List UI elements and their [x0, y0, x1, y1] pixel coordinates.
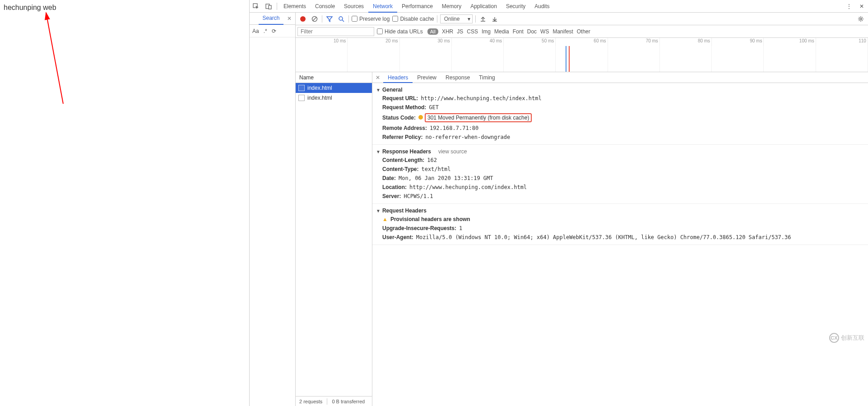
- general-section: ▼ General Request URLhttp://www.hechunpi…: [372, 83, 868, 145]
- inspect-icon[interactable]: [250, 0, 262, 13]
- rendered-page: hechunping web: [0, 0, 248, 15]
- view-source-link[interactable]: view source: [438, 148, 467, 155]
- watermark-logo-icon: CX: [829, 333, 839, 343]
- referrer-policy-value: no-referrer-when-downgrade: [425, 134, 510, 140]
- disable-cache-checkbox[interactable]: Disable cache: [392, 16, 434, 22]
- settings-gear-icon[interactable]: [856, 13, 865, 25]
- response-headers-section: ▼ Response Headers view source Content-L…: [372, 145, 868, 204]
- filter-icon[interactable]: [325, 13, 334, 25]
- remote-address-value: 192.168.7.71:80: [430, 125, 478, 131]
- request-url-value: http://www.hechunping.tech/index.html: [421, 95, 541, 102]
- svg-line-0: [46, 13, 63, 104]
- request-list: Name index.html index.html 2 requests 0 …: [296, 72, 372, 406]
- more-icon[interactable]: ⋮: [843, 3, 855, 9]
- device-toggle-icon[interactable]: [262, 0, 275, 13]
- filter-type-font[interactable]: Font: [513, 28, 524, 35]
- timing-tab[interactable]: Timing: [474, 72, 500, 83]
- tab-console[interactable]: Console: [311, 0, 339, 13]
- filter-type-ws[interactable]: WS: [540, 28, 549, 35]
- request-details: ✕ Headers Preview Response Timing ▼ Gene…: [372, 72, 868, 406]
- search-icon[interactable]: [337, 13, 346, 25]
- devtools-panel: Elements Console Sources Network Perform…: [249, 0, 868, 406]
- warning-icon: ▲: [382, 216, 388, 222]
- response-headers-toggle[interactable]: ▼ Response Headers view source: [372, 148, 868, 156]
- headers-tab[interactable]: Headers: [383, 72, 413, 83]
- throttle-select[interactable]: Online▾: [440, 14, 473, 23]
- download-har-icon[interactable]: [490, 13, 499, 25]
- preview-tab[interactable]: Preview: [413, 72, 441, 83]
- status-dot-icon: [418, 115, 423, 120]
- filter-type-manifest[interactable]: Manifest: [552, 28, 573, 35]
- search-tab[interactable]: Search: [259, 13, 283, 25]
- tab-security[interactable]: Security: [501, 0, 530, 13]
- triangle-down-icon: ▼: [376, 149, 381, 154]
- tab-network[interactable]: Network: [368, 0, 397, 13]
- filter-type-media[interactable]: Media: [494, 28, 509, 35]
- tab-sources[interactable]: Sources: [339, 0, 368, 13]
- request-row[interactable]: index.html: [296, 83, 372, 93]
- response-tab[interactable]: Response: [441, 72, 474, 83]
- request-count: 2 requests: [299, 399, 322, 404]
- svg-line-8: [313, 17, 316, 21]
- chevron-down-icon: ▾: [468, 16, 470, 22]
- network-status-bar: 2 requests 0 B transferred: [296, 396, 372, 406]
- request-method-value: GET: [429, 104, 439, 111]
- filter-row: Hide data URLs All XHR JS CSS Img Media …: [296, 25, 868, 38]
- preserve-log-checkbox[interactable]: Preserve log: [352, 16, 390, 22]
- request-list-header[interactable]: Name: [296, 72, 372, 83]
- svg-point-9: [339, 17, 343, 20]
- network-main: Preserve log Disable cache Online▾: [296, 13, 868, 406]
- file-icon: [298, 95, 305, 101]
- page-text: hechunping web: [4, 4, 56, 11]
- close-devtools-icon[interactable]: ✕: [855, 3, 868, 9]
- filter-type-js[interactable]: JS: [457, 28, 463, 35]
- tab-memory[interactable]: Memory: [437, 0, 466, 13]
- request-name: index.html: [307, 95, 332, 101]
- search-close-icon[interactable]: ✕: [283, 15, 295, 22]
- request-headers-toggle[interactable]: ▼ Request Headers: [372, 207, 868, 215]
- status-code-value: 301 Moved Permanently (from disk cache): [418, 113, 532, 122]
- request-name: index.html: [307, 85, 332, 91]
- match-case-toggle[interactable]: Aa: [252, 28, 259, 34]
- upload-har-icon[interactable]: [478, 13, 487, 25]
- tab-performance[interactable]: Performance: [397, 0, 437, 13]
- type-filter: All XHR JS CSS Img Media Font Doc WS Man…: [427, 28, 590, 35]
- network-toolbar: Preserve log Disable cache Online▾: [296, 13, 868, 25]
- tab-application[interactable]: Application: [466, 0, 501, 13]
- location-header-value: http://www.hechunping.com/index.html: [409, 184, 527, 190]
- triangle-down-icon: ▼: [376, 208, 381, 213]
- waterfall-overview[interactable]: 10 ms 20 ms 30 ms 40 ms 50 ms 60 ms 70 m…: [296, 38, 868, 72]
- tab-audits[interactable]: Audits: [530, 0, 554, 13]
- svg-point-11: [860, 18, 862, 19]
- refresh-icon[interactable]: ⟳: [272, 28, 276, 34]
- regex-toggle[interactable]: .*: [264, 28, 267, 34]
- svg-point-6: [300, 16, 306, 22]
- details-close-icon[interactable]: ✕: [372, 74, 383, 81]
- request-row[interactable]: index.html: [296, 93, 372, 103]
- watermark: CX 创新互联: [829, 333, 864, 343]
- transferred-size: 0 B transferred: [332, 399, 365, 404]
- load-mark: [569, 46, 570, 72]
- filter-type-all[interactable]: All: [427, 28, 438, 35]
- filter-type-img[interactable]: Img: [482, 28, 491, 35]
- triangle-down-icon: ▼: [376, 88, 381, 92]
- domcontentloaded-mark: [566, 46, 566, 72]
- tab-elements[interactable]: Elements: [279, 0, 311, 13]
- filter-type-other[interactable]: Other: [577, 28, 590, 35]
- filter-input[interactable]: [297, 27, 374, 36]
- devtools-tabbar: Elements Console Sources Network Perform…: [250, 0, 868, 13]
- details-tabs: ✕ Headers Preview Response Timing: [372, 72, 868, 83]
- hide-data-urls-checkbox[interactable]: Hide data URLs: [377, 28, 423, 35]
- filter-type-xhr[interactable]: XHR: [442, 28, 453, 35]
- svg-line-10: [342, 20, 344, 22]
- record-icon[interactable]: [298, 13, 307, 25]
- request-headers-section: ▼ Request Headers ▲Provisional headers a…: [372, 204, 868, 245]
- search-panel: Search ✕ Aa .* ⟳: [250, 13, 296, 406]
- file-icon: [298, 85, 305, 91]
- filter-type-css[interactable]: CSS: [467, 28, 478, 35]
- filter-type-doc[interactable]: Doc: [527, 28, 537, 35]
- filter-input-wrap: [297, 27, 374, 36]
- clear-icon[interactable]: [310, 13, 319, 25]
- svg-rect-5: [269, 5, 271, 9]
- general-toggle[interactable]: ▼ General: [372, 86, 868, 94]
